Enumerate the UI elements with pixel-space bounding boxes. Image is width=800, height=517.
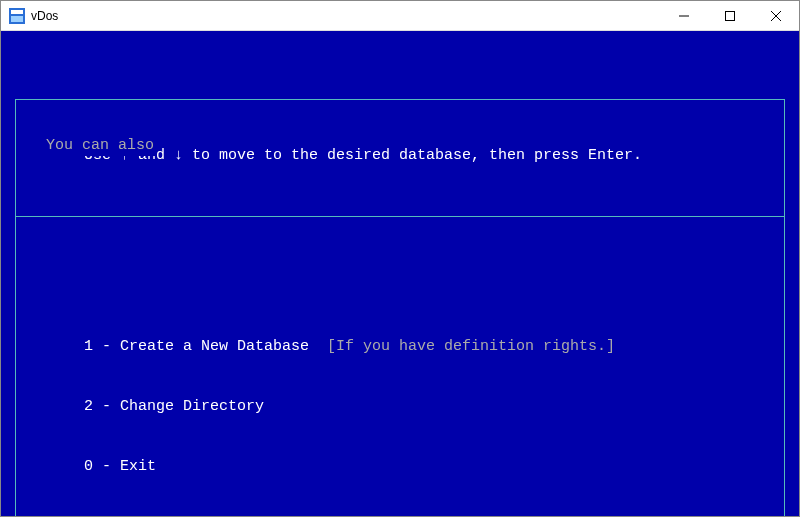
option-2[interactable]: 2 - Change Directory	[84, 397, 784, 417]
terminal-screen[interactable]: Use ↑ and ↓ to move to the desired datab…	[1, 31, 799, 516]
window-title: vDos	[31, 9, 58, 23]
menu-box: Use ↑ and ↓ to move to the desired datab…	[15, 99, 785, 517]
option-1[interactable]: 1 - Create a New Database [If you have d…	[84, 337, 784, 357]
minimize-button[interactable]	[661, 1, 707, 31]
svg-rect-4	[726, 11, 735, 20]
svg-rect-2	[11, 16, 23, 22]
maximize-button[interactable]	[707, 1, 753, 31]
legend-text: You can also	[44, 136, 156, 156]
options-list: 1 - Create a New Database [If you have d…	[16, 297, 784, 517]
svg-rect-1	[11, 10, 23, 14]
close-icon	[771, 11, 781, 21]
vdos-icon	[9, 8, 25, 24]
close-button[interactable]	[753, 1, 799, 31]
divider	[16, 216, 784, 217]
window-titlebar: vDos	[1, 1, 799, 31]
minimize-icon	[679, 11, 689, 21]
maximize-icon	[725, 11, 735, 21]
option-0[interactable]: 0 - Exit	[84, 457, 784, 477]
